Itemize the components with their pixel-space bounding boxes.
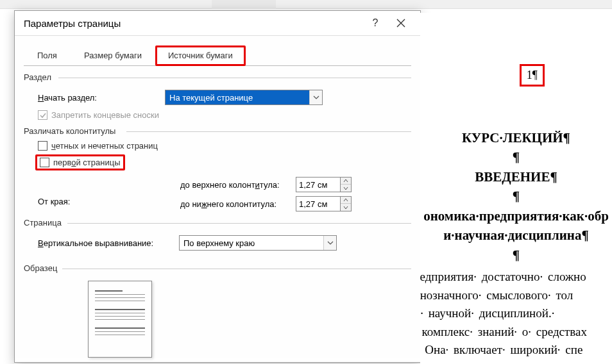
footer-distance-label: до нижнего колонтитула:	[180, 199, 296, 209]
page-number: 1¶	[527, 69, 538, 81]
footer-distance-spinner[interactable]	[341, 196, 352, 211]
close-button[interactable]	[388, 13, 414, 33]
valign-label: Вертикальное выравнивание:	[38, 238, 179, 248]
page-legend: Страница	[24, 217, 411, 229]
section-start-combo[interactable]	[165, 90, 323, 105]
headers-footers-legend: Различать колонтитулы	[24, 125, 411, 137]
first-page-checkbox[interactable]: первой страницы первой страницы	[40, 158, 121, 167]
first-page-checkbox-highlight: первой страницы первой страницы	[35, 154, 125, 170]
preview-legend: Образец	[24, 262, 411, 274]
odd-even-checkbox[interactable]: четных и нечетных страниц четных и нечет…	[38, 141, 411, 151]
valign-combo[interactable]	[179, 235, 337, 251]
tab-paper-source[interactable]: Источник бумаги	[155, 46, 246, 66]
help-button[interactable]: ?	[362, 13, 388, 33]
tab-fields[interactable]: Поля	[24, 46, 71, 66]
dialog-tabs: Поля Размер бумаги Источник бумаги	[24, 45, 411, 66]
footer-distance-input[interactable]	[296, 196, 341, 211]
checkmark-icon	[39, 112, 47, 119]
suppress-endnotes-checkbox: Запретить концевые сноски	[38, 110, 411, 120]
from-edge-label: От края:	[38, 197, 70, 206]
tab-paper-size[interactable]: Размер бумаги	[71, 46, 155, 66]
dialog-titlebar: Параметры страницы ?	[15, 11, 420, 35]
header-distance-spinner[interactable]	[341, 177, 352, 192]
document-body-text: редприятия· достаточно· сложно днозначно…	[420, 268, 612, 364]
section-start-label: ННачать раздел:ачать раздел:	[38, 93, 165, 103]
close-icon	[396, 19, 405, 28]
page-number-box: 1¶	[520, 64, 545, 87]
document-page: 1¶ КУРС·ЛЕКЦИЙ¶ ¶ ВВЕДЕНИЕ¶ ¶ ономика·пр…	[420, 13, 612, 364]
dialog-title: Параметры страницы	[24, 18, 362, 29]
preview-thumbnail	[88, 281, 152, 358]
section-legend: Раздел	[24, 71, 411, 83]
header-distance-input[interactable]	[296, 177, 341, 192]
header-distance-label: до верхнего колонтитула:	[180, 180, 296, 190]
page-setup-dialog: Параметры страницы ? Поля Размер бумаги …	[14, 10, 421, 363]
document-headings: КУРС·ЛЕКЦИЙ¶ ¶ ВВЕДЕНИЕ¶ ¶ ономика·предп…	[420, 128, 612, 265]
